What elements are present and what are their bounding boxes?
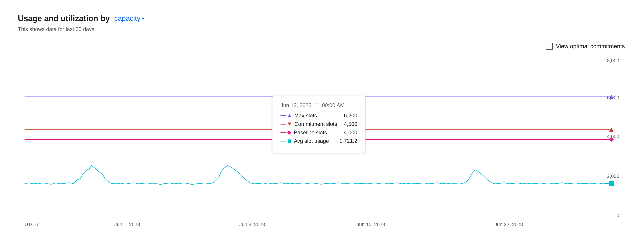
chart-area: 8,000 6,000 4,000 2,000 0 bbox=[18, 56, 626, 237]
view-optimal-label: View optimal commitments bbox=[556, 43, 625, 50]
x-label-jun15: Jun 15, 2023 bbox=[356, 222, 385, 227]
view-optimal-button[interactable]: View optimal commitments bbox=[544, 41, 626, 51]
x-label-jun1: Jun 1, 2023 bbox=[114, 222, 140, 227]
y-label-4000: 4,000 bbox=[607, 134, 619, 139]
chevron-down-icon: ▾ bbox=[142, 16, 144, 22]
y-label-2000: 2,000 bbox=[607, 174, 619, 179]
chart-header-title: Usage and utilization by capacity ▾ bbox=[18, 14, 626, 24]
x-label-jun8: Jun 8, 2023 bbox=[240, 222, 265, 227]
y-label-0: 0 bbox=[616, 212, 619, 218]
avg-usage-marker bbox=[609, 181, 614, 186]
x-label-utc7: UTC-7 bbox=[24, 222, 39, 227]
dropdown-label: capacity bbox=[114, 14, 140, 22]
page-title: Usage and utilization by bbox=[18, 14, 110, 23]
chart-controls: View optimal commitments bbox=[18, 41, 626, 51]
y-label-8000: 8,000 bbox=[607, 58, 619, 64]
y-label-6000: 6,000 bbox=[607, 95, 619, 100]
capacity-dropdown[interactable]: capacity ▾ bbox=[112, 14, 146, 24]
chart-subtitle: This shows data for last 30 days. bbox=[18, 26, 626, 32]
x-label-jun22: Jun 22, 2023 bbox=[494, 222, 523, 227]
view-optimal-checkbox[interactable] bbox=[546, 42, 553, 50]
page: Usage and utilization by capacity ▾ This… bbox=[0, 0, 644, 237]
main-chart: 8,000 6,000 4,000 2,000 0 bbox=[18, 56, 626, 237]
